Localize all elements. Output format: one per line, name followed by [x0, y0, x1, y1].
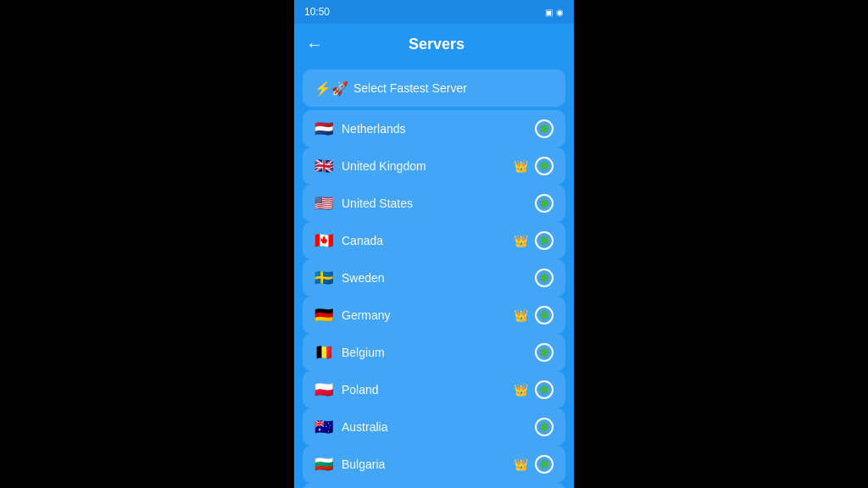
flag-icon: 🇧🇪 [314, 343, 333, 362]
server-item[interactable]: 🇺🇸United States [303, 185, 565, 222]
radio-button[interactable] [535, 157, 554, 175]
server-name: United Kingdom [342, 159, 514, 173]
flag-icon: 🇵🇱 [314, 380, 333, 399]
radio-button[interactable] [535, 455, 554, 474]
radio-button[interactable] [535, 231, 554, 250]
server-name: Belgium [342, 346, 535, 359]
premium-crown-icon: 👑 [514, 234, 528, 247]
flag-icon: 🇦🇺 [314, 418, 333, 436]
server-item[interactable]: 🇸🇪Sweden [303, 259, 565, 297]
server-item[interactable]: 🇵🇱Poland👑 [303, 371, 565, 408]
server-item[interactable]: 🇨🇦Canada [303, 483, 565, 488]
server-item[interactable]: 🇨🇦Canada👑 [303, 222, 565, 259]
radio-button[interactable] [535, 380, 554, 399]
radio-button[interactable] [535, 119, 554, 138]
premium-crown-icon: 👑 [514, 383, 528, 396]
server-item[interactable]: 🇬🇧United Kingdom👑 [303, 147, 565, 185]
status-icons: ▣ ◉ [545, 8, 564, 17]
flag-icon: 🇳🇱 [314, 119, 333, 138]
signal-icon: ◉ [556, 8, 564, 17]
server-item[interactable]: 🇧🇬Bulgaria👑 [303, 446, 565, 483]
fastest-icon: ⚡🚀 [314, 80, 348, 97]
server-name: Netherlands [342, 122, 535, 136]
header-title: Servers [337, 36, 537, 53]
server-item[interactable]: 🇳🇱Netherlands [303, 110, 565, 147]
flag-icon: 🇬🇧 [314, 157, 333, 175]
server-item[interactable]: 🇦🇺Australia [303, 408, 565, 446]
server-list: ⚡🚀 Select Fastest Server 🇳🇱Netherlands🇬🇧… [294, 64, 574, 488]
flag-icon: 🇧🇬 [314, 455, 333, 474]
flag-icon: 🇸🇪 [314, 269, 333, 287]
radio-button[interactable] [535, 269, 554, 287]
server-name: United States [342, 197, 535, 210]
radio-button[interactable] [535, 194, 554, 213]
back-button[interactable]: ← [306, 35, 323, 54]
server-name: Germany [342, 308, 514, 322]
server-item[interactable]: 🇩🇪Germany👑 [303, 297, 565, 334]
server-name: Poland [342, 383, 514, 396]
status-time: 10:50 [304, 6, 330, 18]
flag-icon: 🇨🇦 [314, 231, 333, 250]
server-name: Sweden [342, 271, 535, 285]
radio-button[interactable] [535, 343, 554, 362]
flag-icon: 🇩🇪 [314, 306, 333, 324]
premium-crown-icon: 👑 [514, 458, 528, 471]
server-name: Bulgaria [342, 458, 514, 471]
server-name: Australia [342, 420, 535, 434]
status-bar: 10:50 ▣ ◉ [294, 0, 574, 24]
notification-icon: ▣ [545, 8, 553, 17]
app-header: ← Servers [294, 24, 574, 64]
server-item[interactable]: 🇧🇪Belgium [303, 334, 565, 371]
premium-crown-icon: 👑 [514, 159, 528, 173]
phone-frame: 10:50 ▣ ◉ ← Servers ⚡🚀 Select Fastest Se… [294, 0, 574, 488]
flag-icon: 🇺🇸 [314, 194, 333, 213]
radio-button[interactable] [535, 306, 554, 324]
radio-button[interactable] [535, 418, 554, 436]
server-name: Canada [342, 234, 514, 247]
fastest-server-label: Select Fastest Server [353, 81, 554, 95]
fastest-server-item[interactable]: ⚡🚀 Select Fastest Server [303, 69, 565, 107]
premium-crown-icon: 👑 [514, 308, 528, 322]
